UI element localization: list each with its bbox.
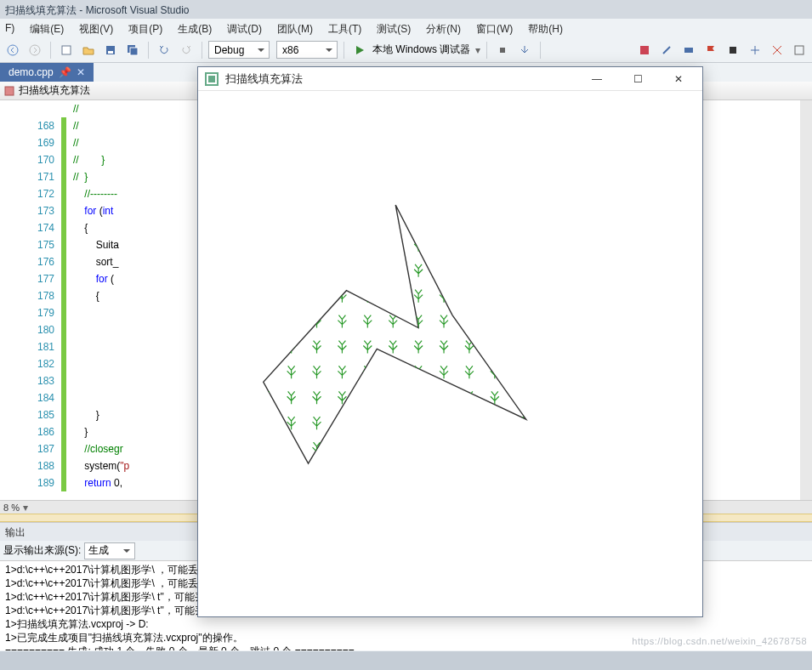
menu-build[interactable]: 生成(B) [178,22,212,34]
run-label[interactable]: 本地 Windows 调试器 [372,43,470,57]
maximize-button[interactable]: ☐ [621,67,655,91]
redo-icon[interactable] [177,41,196,60]
watermark: https://blog.csdn.net/weixin_42678758 [632,636,807,646]
save-icon[interactable] [101,41,120,60]
close-button[interactable]: ✕ [662,67,696,91]
menu-edit[interactable]: 编辑(E) [30,22,64,34]
menu-help[interactable]: 帮助(H) [528,22,563,34]
menu-bar: F) 编辑(E) 视图(V) 项目(P) 生成(B) 调试(D) 团队(M) 工… [0,19,812,37]
nav-fwd-icon[interactable] [26,41,44,60]
run-icon[interactable] [350,41,369,60]
platform-combo[interactable]: x86 [276,41,338,59]
svg-rect-15 [208,76,215,82]
status-bar [0,651,812,670]
menu-tools[interactable]: 工具(T) [328,22,361,34]
svg-rect-10 [730,47,736,54]
svg-rect-12 [5,87,14,95]
tb-misc5-icon[interactable] [724,41,742,60]
svg-rect-2 [62,46,71,54]
config-combo[interactable]: Debug [208,41,270,59]
output-src-combo[interactable]: 生成 [84,542,135,559]
app-titlebar[interactable]: 扫描线填充算法 — ☐ ✕ [198,67,702,91]
step-over-icon[interactable] [493,41,512,60]
app-icon [205,72,219,86]
menu-debug[interactable]: 调试(D) [227,22,262,34]
undo-icon[interactable] [155,41,173,60]
step-into-icon[interactable] [515,41,534,60]
minimize-button[interactable]: — [580,67,614,91]
svg-rect-4 [108,51,113,54]
tb-misc3-icon[interactable] [679,41,698,60]
menu-test[interactable]: 测试(S) [377,22,411,34]
scope-icon [3,85,15,97]
window-title: 扫描线填充算法 - Microsoft Visual Studio [0,0,812,19]
polygon-shape [264,205,526,463]
tab-demo-cpp[interactable]: demo.cpp 📌 ✕ [0,63,94,82]
menu-window[interactable]: 窗口(W) [476,22,513,34]
svg-rect-7 [500,48,505,53]
output-src-label: 显示输出来源(S): [3,543,81,558]
tb-misc1-icon[interactable] [635,41,654,60]
menu-view[interactable]: 视图(V) [79,22,113,34]
svg-point-1 [30,45,40,55]
svg-rect-11 [795,46,803,54]
tb-flag-icon[interactable] [701,41,720,60]
tab-label: demo.cpp [9,66,54,78]
pin-icon[interactable]: 📌 [59,66,71,78]
app-canvas [198,91,702,617]
tb-misc2-icon[interactable] [657,41,676,60]
scope-label[interactable]: 扫描线填充算法 [19,83,90,98]
nav-back-icon[interactable] [3,41,22,60]
menu-file[interactable]: F) [5,22,14,34]
menu-project[interactable]: 项目(P) [128,22,162,34]
fill-pattern [262,213,525,455]
app-title: 扫描线填充算法 [225,71,573,87]
svg-rect-9 [684,48,693,53]
line-gutter: 1681691701711721731741751761771781791801… [0,100,61,500]
open-icon[interactable] [79,41,98,60]
tb-misc8-icon[interactable] [790,41,809,60]
tb-misc6-icon[interactable] [746,41,764,60]
toolbar: Debug x86 本地 Windows 调试器 ▾ [0,37,812,63]
close-icon[interactable]: ✕ [77,66,85,78]
save-all-icon[interactable] [123,41,142,60]
menu-analyze[interactable]: 分析(N) [426,22,461,34]
app-window[interactable]: 扫描线填充算法 — ☐ ✕ [197,66,703,617]
svg-rect-6 [130,48,138,55]
new-file-icon[interactable] [57,41,76,60]
svg-point-0 [8,45,18,55]
zoom-level[interactable]: 8 % [3,503,20,513]
menu-team[interactable]: 团队(M) [277,22,313,34]
svg-rect-8 [640,46,649,54]
tb-misc7-icon[interactable] [768,41,786,60]
